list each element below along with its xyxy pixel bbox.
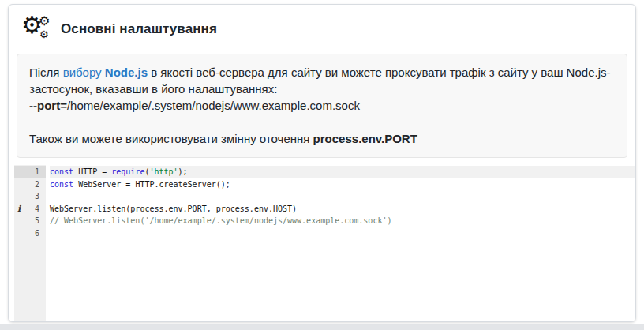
info-paragraph-2: Також ви можете використовувати змінну о…	[29, 130, 615, 147]
code-token-plain: WebServer = HTTP.createServer();	[73, 180, 230, 189]
code-line	[50, 190, 635, 203]
gutter-line-number: 3	[14, 190, 46, 203]
link-nodejs[interactable]: Node.js	[105, 66, 148, 79]
gutter-line-number: 2	[14, 178, 46, 191]
gutter-line-number: i4	[14, 203, 46, 216]
page-title: Основні налаштування	[61, 21, 217, 37]
port-option-label: --port=	[29, 99, 67, 112]
code-token-keyword: const	[50, 180, 73, 189]
code-token-comment: // WebServer.listen('/home/example/.syst…	[50, 216, 391, 225]
link-vyboru[interactable]: вибору	[63, 66, 102, 79]
code-line: // WebServer.listen('/home/example/.syst…	[50, 215, 635, 227]
panel-header: ⚙ ⚙ ⚙ Основні налаштування	[9, 5, 635, 51]
code-token-plain: WebServer.listen(process.env.PORT, proce…	[50, 204, 297, 213]
print-margin-line	[500, 165, 500, 322]
code-token-plain: HTTP =	[73, 167, 111, 176]
page-background-strip	[0, 324, 644, 330]
info-paragraph-1: Після вибору Node.js в якості веб-сервер…	[29, 64, 615, 114]
code-token-keyword: require	[111, 167, 144, 176]
gears-icon: ⚙ ⚙ ⚙	[21, 15, 51, 43]
port-option-value: /home/example/.system/nodejs/www.example…	[67, 99, 360, 112]
code-line: const HTTP = require('http');	[50, 166, 635, 178]
info-box: Після вибору Node.js в якості веб-сервер…	[17, 54, 627, 158]
gutter-line-number: 5	[14, 215, 46, 227]
code-line	[50, 227, 635, 240]
gutter-line-number: 6	[14, 227, 46, 240]
code-line: const WebServer = HTTP.createServer();	[50, 178, 635, 191]
info-text: Після	[29, 66, 63, 79]
editor-code[interactable]: const HTTP = require('http');const WebSe…	[46, 165, 635, 322]
code-token-plain: );	[178, 167, 188, 176]
gutter-line-number: 1	[14, 166, 46, 178]
code-token-string: 'http'	[149, 167, 178, 176]
info-annotation-icon: i	[17, 203, 21, 216]
info-text: Також ви можете використовувати змінну о…	[29, 132, 313, 145]
code-editor[interactable]: 123i456 const HTTP = require('http');con…	[14, 165, 635, 322]
editor-gutter: 123i456	[14, 165, 46, 322]
code-line: WebServer.listen(process.env.PORT, proce…	[50, 203, 635, 216]
env-var-name: process.env.PORT	[313, 132, 417, 145]
settings-panel: ⚙ ⚙ ⚙ Основні налаштування Після вибору …	[8, 4, 636, 322]
code-token-keyword: const	[50, 167, 73, 176]
